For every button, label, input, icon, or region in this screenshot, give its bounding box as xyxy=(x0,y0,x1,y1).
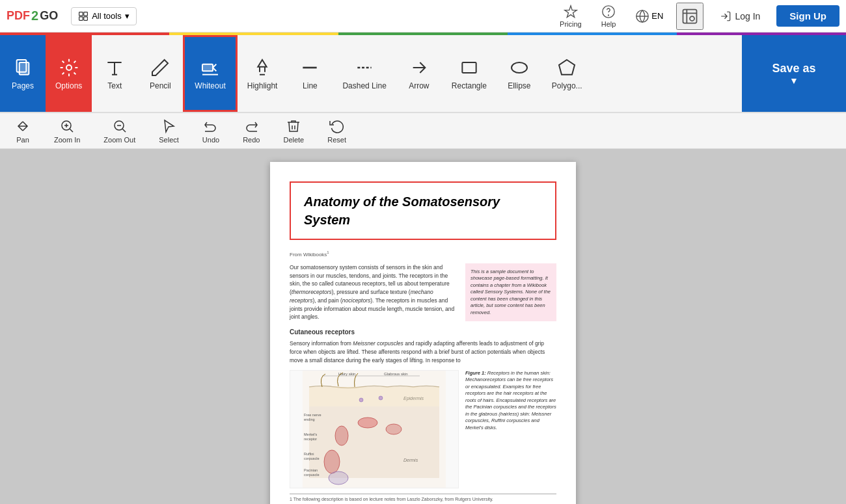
svg-line-24 xyxy=(122,129,126,132)
line-label: Line xyxy=(303,81,318,90)
svg-point-39 xyxy=(359,398,363,402)
language-button[interactable]: EN xyxy=(629,6,670,27)
highlight-tool-button[interactable]: Highlight xyxy=(238,35,288,112)
help-link[interactable]: Help xyxy=(595,1,623,31)
svg-point-37 xyxy=(324,450,340,473)
svg-rect-3 xyxy=(84,16,88,20)
svg-point-36 xyxy=(335,426,348,445)
pdf-figure: Epidermis Dermis Hairy skin Glabrous ski… xyxy=(290,370,459,488)
svg-text:Ruffini: Ruffini xyxy=(304,452,314,456)
text-label: Text xyxy=(107,81,122,90)
pdf-title-box: Anatomy of the Somatosensory System xyxy=(290,181,556,240)
pdf-subheading: Cutaneous receptors xyxy=(290,328,556,337)
zoom-in-button[interactable]: Zoom In xyxy=(42,115,92,147)
undo-button[interactable]: Undo xyxy=(191,115,231,147)
dashed-line-tool-button[interactable]: Dashed Line xyxy=(333,35,396,112)
options-label: Options xyxy=(55,81,82,90)
signup-button[interactable]: Sign Up xyxy=(776,5,839,27)
pdf-body-row: Our somatosensory system consists of sen… xyxy=(290,263,556,322)
ellipse-tool-button[interactable]: Ellipse xyxy=(497,35,542,112)
svg-text:ending: ending xyxy=(304,418,315,421)
svg-point-49 xyxy=(329,471,348,484)
svg-point-11 xyxy=(66,65,72,70)
undo-label: Undo xyxy=(202,136,219,144)
redo-icon xyxy=(243,118,259,134)
history-button[interactable] xyxy=(676,3,703,30)
options-icon xyxy=(59,57,79,78)
toolbar-row2: Pan Zoom In Zoom Out Select Undo Redo xyxy=(0,113,846,149)
login-icon xyxy=(720,10,731,22)
pages-tool-button[interactable]: Pages xyxy=(0,35,46,112)
pencil-icon xyxy=(150,57,171,78)
logo: PDF2GO xyxy=(7,8,58,23)
line-tool-button[interactable]: Line xyxy=(287,35,333,112)
polygon-icon xyxy=(556,57,577,78)
pdf-footnote: 1 The following description is based on … xyxy=(290,494,556,503)
redo-button[interactable]: Redo xyxy=(231,115,271,147)
pricing-link[interactable]: Pricing xyxy=(553,1,588,31)
redo-label: Redo xyxy=(243,136,260,144)
pencil-tool-button[interactable]: Pencil xyxy=(137,35,183,112)
help-label: Help xyxy=(601,20,616,28)
pdf-figure-caption-text: Receptors in the human skin: Mechanorece… xyxy=(465,370,556,431)
pencil-label: Pencil xyxy=(150,81,171,90)
svg-point-40 xyxy=(379,396,383,400)
zoom-in-icon xyxy=(59,118,75,134)
pdf-figure-caption: Figure 1: Receptors in the human skin: M… xyxy=(465,370,556,488)
delete-button[interactable]: Delete xyxy=(271,115,316,147)
save-as-button[interactable]: Save as ▼ xyxy=(742,35,846,112)
login-label: Log In xyxy=(735,11,760,21)
pdf-figure-row: Epidermis Dermis Hairy skin Glabrous ski… xyxy=(290,370,556,488)
whiteout-tool-button[interactable]: Whiteout xyxy=(183,35,237,112)
arrow-icon xyxy=(409,57,430,78)
ellipse-label: Ellipse xyxy=(508,81,530,90)
skin-diagram-svg: Epidermis Dermis Hairy skin Glabrous ski… xyxy=(290,371,458,488)
polygon-tool-button[interactable]: Polygo... xyxy=(542,35,592,112)
zoom-in-label: Zoom In xyxy=(54,136,80,144)
reset-button[interactable]: Reset xyxy=(316,115,358,147)
reset-icon xyxy=(329,118,345,134)
arrow-tool-button[interactable]: Arrow xyxy=(396,35,442,112)
ellipse-icon xyxy=(509,57,530,78)
delete-icon xyxy=(286,118,301,134)
svg-text:Merkel's: Merkel's xyxy=(304,432,318,436)
header: PDF2GO All tools ▾ Pricing Help EN Log I… xyxy=(0,0,846,33)
pages-label: Pages xyxy=(12,81,34,90)
svg-rect-7 xyxy=(683,9,697,23)
lang-label: EN xyxy=(651,11,663,21)
pan-tool-button[interactable]: Pan xyxy=(3,115,42,147)
arrow-label: Arrow xyxy=(409,81,429,90)
text-tool-button[interactable]: Text xyxy=(92,35,137,112)
login-button[interactable]: Log In xyxy=(710,7,770,25)
select-button[interactable]: Select xyxy=(147,115,191,147)
pdf-figure-label: Figure 1: xyxy=(465,370,486,376)
rectangle-tool-button[interactable]: Rectangle xyxy=(442,35,497,112)
svg-rect-33 xyxy=(309,387,439,406)
pdf-body-text: Our somatosensory system consists of sen… xyxy=(290,264,454,321)
pdf-body2: Sensory information from Meissner corpus… xyxy=(290,339,556,364)
highlight-label: Highlight xyxy=(247,81,278,90)
highlight-icon xyxy=(252,57,273,78)
svg-point-8 xyxy=(690,16,694,21)
svg-rect-2 xyxy=(79,16,83,20)
options-tool-button[interactable]: Options xyxy=(46,35,92,112)
pan-label: Pan xyxy=(16,136,29,144)
pan-icon xyxy=(15,118,31,134)
svg-text:Glabrous skin: Glabrous skin xyxy=(384,372,408,376)
select-icon xyxy=(161,118,177,134)
toolbar-row1: Pages Options Text Pencil Whiteout Highl… xyxy=(0,35,846,113)
zoom-out-button[interactable]: Zoom Out xyxy=(92,115,147,147)
reset-label: Reset xyxy=(327,136,346,144)
svg-text:receptor: receptor xyxy=(304,437,317,441)
pricing-label: Pricing xyxy=(560,20,582,28)
whiteout-icon xyxy=(200,57,221,78)
all-tools-button[interactable]: All tools ▾ xyxy=(71,7,137,25)
pricing-icon xyxy=(564,5,578,19)
pdf-title: Anatomy of the Somatosensory System xyxy=(304,192,542,229)
svg-marker-18 xyxy=(559,60,575,75)
rectangle-icon xyxy=(459,57,480,78)
pdf-sidebar-note-text: This is a sample document to showcase pa… xyxy=(471,269,551,315)
pdf-source-text: From Wikibooks xyxy=(290,252,327,258)
pdf-main-text: Our somatosensory system consists of sen… xyxy=(290,263,459,322)
pdf-body2-text: Sensory information from Meissner corpus… xyxy=(290,340,545,364)
